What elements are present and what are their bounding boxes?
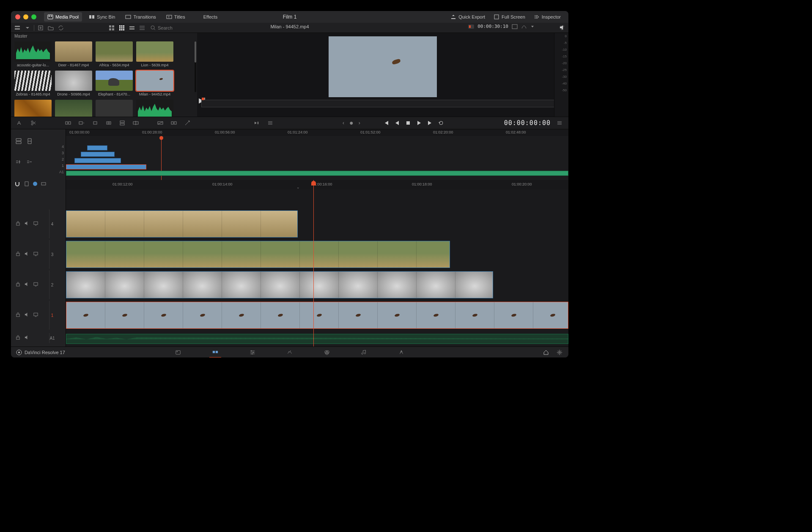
upper-clip-a1[interactable] [66, 171, 568, 176]
display-icon[interactable] [33, 311, 38, 319]
video-track[interactable] [66, 270, 568, 299]
go-start-icon[interactable] [383, 120, 389, 126]
timeline-timecode[interactable]: 00:00:00:00 [504, 119, 551, 127]
lock-icon[interactable] [15, 311, 21, 319]
cut-icon[interactable] [169, 120, 178, 126]
sync-bin-tab[interactable]: Sync Bin [85, 12, 118, 22]
track-number[interactable]: 1 [49, 301, 55, 330]
source-overwrite-icon[interactable] [131, 120, 140, 126]
titles-tab[interactable]: T Titles [163, 12, 189, 22]
color-page-icon[interactable] [321, 347, 333, 358]
lock-icon[interactable] [15, 334, 21, 342]
dissolve-icon[interactable] [156, 120, 165, 126]
clip-thumbnail[interactable]: Africa - 5634.mp4 [96, 41, 133, 67]
speaker-icon[interactable] [24, 251, 30, 258]
effects-tab[interactable]: Effects [192, 12, 221, 22]
audio-clip[interactable] [66, 334, 568, 344]
detail-timeline[interactable]: 4321A1 ⌄ 01:00:12:0001:00:14:0001:00:16:… [11, 180, 568, 346]
clip-thumbnail[interactable]: Zebras - 81465.mp4 [14, 71, 52, 96]
timeline-menu-icon[interactable] [555, 120, 564, 126]
display-icon[interactable] [33, 251, 38, 258]
clip-thumbnail[interactable]: Drone - 50986.mp4 [55, 71, 92, 96]
clip-thumbnail[interactable]: acoustic-guitar-lo... [14, 41, 52, 67]
flag-icon[interactable] [41, 181, 47, 187]
snap-icon[interactable] [14, 181, 20, 187]
video-clip[interactable] [66, 210, 298, 237]
quick-export-button[interactable]: Quick Export [447, 12, 488, 22]
lock-icon[interactable] [15, 281, 21, 289]
track-number[interactable]: 4 [49, 210, 55, 238]
stop-icon[interactable] [405, 120, 411, 126]
detail-playhead[interactable] [313, 180, 314, 346]
inspector-button[interactable]: Inspector [530, 12, 564, 22]
zoom-window-button[interactable] [31, 14, 36, 19]
ripple-overwrite-icon[interactable] [91, 120, 100, 126]
media-pool-scrollbar[interactable] [195, 41, 196, 92]
speaker-icon[interactable] [24, 281, 30, 289]
play-icon[interactable] [416, 120, 422, 126]
upper-clip-v4[interactable] [87, 145, 107, 150]
split-clip-icon[interactable] [29, 120, 38, 126]
upper-ruler[interactable]: 01:00:00:0001:00:28:0001:00:56:0001:01:2… [66, 129, 568, 136]
video-track[interactable] [66, 210, 568, 238]
smart-indicator-icon[interactable] [15, 120, 25, 126]
nav-marker-icon[interactable]: ● [349, 119, 354, 127]
detail-ruler[interactable]: ⌄ 01:00:12:0001:00:14:0001:00:16:0001:00… [66, 180, 568, 189]
upper-timeline[interactable]: 4321A1 01:00:00:0001:00:28:0001:00:56:00… [11, 129, 568, 180]
add-track-icon[interactable] [15, 159, 22, 166]
viewer-options-icon[interactable] [530, 25, 535, 29]
media-pool-tab[interactable]: Media Pool [44, 12, 82, 22]
search-input[interactable]: Search [150, 25, 188, 31]
clip-thumbnail[interactable]: Milan - 94452.mp4 [136, 71, 173, 96]
speaker-icon[interactable] [24, 334, 30, 342]
timeline-options-icon[interactable] [266, 120, 275, 126]
viewer-tool-icon[interactable] [512, 24, 518, 29]
track-number[interactable]: A1 [49, 333, 55, 343]
bypass-icon[interactable] [521, 24, 527, 29]
import-media-icon[interactable] [37, 25, 44, 31]
full-screen-button[interactable]: Full Screen [490, 12, 529, 22]
clip-thumbnail[interactable]: Deer - 81467.mp4 [55, 41, 92, 67]
video-clip[interactable] [66, 302, 568, 329]
display-icon[interactable] [33, 220, 38, 228]
upper-clip-v3[interactable] [81, 152, 115, 157]
place-on-top-icon[interactable] [118, 120, 127, 126]
minimize-window-button[interactable] [23, 14, 28, 19]
marker-color-icon[interactable] [33, 182, 37, 186]
viewer-canvas[interactable] [329, 36, 437, 97]
timeline-view-a-icon[interactable] [15, 138, 22, 145]
viewer-scrubber[interactable] [201, 100, 564, 107]
track-number[interactable]: 2 [49, 270, 55, 299]
nav-next-icon[interactable]: › [359, 120, 360, 126]
bin-list-icon[interactable] [14, 25, 21, 31]
import-folder-icon[interactable] [47, 25, 55, 31]
closeup-icon[interactable] [104, 120, 113, 126]
view-list-icon[interactable] [138, 25, 146, 31]
play-reverse-icon[interactable] [394, 120, 400, 126]
settings-icon[interactable] [556, 349, 563, 356]
home-icon[interactable] [542, 349, 550, 356]
sync-icon[interactable] [57, 25, 65, 31]
cut-page-icon[interactable] [209, 347, 221, 358]
fusion-page-icon[interactable] [284, 347, 296, 358]
bin-dropdown-icon[interactable] [24, 25, 31, 31]
display-icon[interactable] [33, 281, 38, 289]
smart-insert-icon[interactable] [63, 120, 73, 126]
upper-clip-v2[interactable] [74, 158, 121, 163]
bin-name[interactable]: Master [11, 33, 197, 40]
go-end-icon[interactable] [427, 120, 433, 126]
lock-icon[interactable] [15, 220, 21, 228]
append-icon[interactable] [77, 120, 86, 126]
speaker-icon[interactable] [24, 220, 30, 228]
view-thumb-small-icon[interactable] [108, 25, 115, 31]
chevron-down-icon[interactable]: ⌄ [296, 185, 300, 189]
audio-track-a1[interactable] [66, 334, 568, 344]
loop-icon[interactable] [438, 120, 444, 126]
video-clip[interactable] [66, 241, 450, 268]
lock-icon[interactable] [15, 251, 21, 258]
deliver-page-icon[interactable] [395, 347, 407, 358]
nav-prev-icon[interactable]: ‹ [343, 120, 344, 126]
transitions-tab[interactable]: Transitions [122, 12, 159, 22]
speaker-icon[interactable] [559, 25, 565, 32]
close-window-button[interactable] [15, 14, 20, 19]
